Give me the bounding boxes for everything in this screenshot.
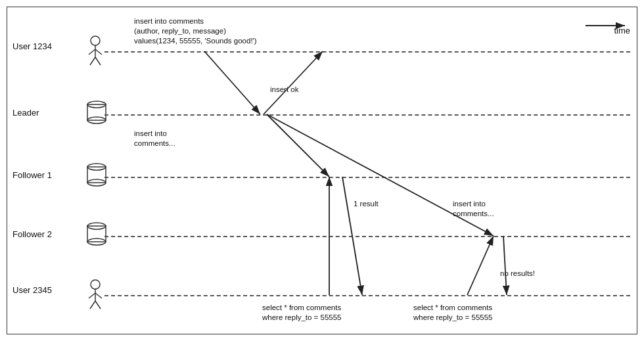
svg-line-29 [503,236,507,295]
label-insert-comments-follower2: insert intocomments... [453,199,494,219]
label-select1: select * from commentswhere reply_to = 5… [262,303,342,323]
svg-line-19 [90,301,95,309]
svg-line-2 [89,49,95,55]
actor-user1234-icon [86,35,104,66]
svg-line-4 [90,57,95,65]
svg-line-3 [95,49,102,55]
label-insert-ok: insert ok [270,85,298,95]
svg-line-28 [467,236,494,295]
actor-user2345-icon [86,279,104,310]
actor-follower1-label: Follower 1 [12,170,52,180]
svg-line-24 [267,114,329,177]
sequence-diagram: time User 1234 Leader Follower 1 Followe… [7,7,637,334]
label-select2: select * from commentswhere reply_to = 5… [413,303,493,323]
lifeline-user2345 [104,295,630,296]
svg-line-22 [204,51,260,114]
lifeline-follower2 [104,236,630,237]
label-1-result: 1 result [354,199,379,209]
actor-user1234-label: User 1234 [12,41,52,51]
svg-point-0 [91,36,100,45]
actor-user2345-label: User 2345 [12,285,52,295]
svg-line-20 [95,301,101,309]
label-insert-comment: insert into comments(author, reply_to, m… [134,16,257,46]
actor-leader-icon [86,99,107,125]
actor-leader-label: Leader [12,108,39,118]
label-insert-comments-leader: insert intocomments... [134,129,175,148]
actor-follower1-icon [86,162,107,188]
svg-line-5 [95,57,101,65]
lifeline-leader [104,114,630,116]
svg-line-23 [264,51,323,114]
actor-follower2-label: Follower 2 [12,229,52,239]
time-label: time [614,26,630,35]
lifeline-user1234 [104,51,630,53]
lifeline-follower1 [104,177,630,178]
svg-line-18 [95,293,102,298]
label-no-results: no results! [500,269,535,279]
actor-follower2-icon [86,221,107,247]
svg-point-15 [91,280,100,289]
svg-line-17 [89,293,95,298]
